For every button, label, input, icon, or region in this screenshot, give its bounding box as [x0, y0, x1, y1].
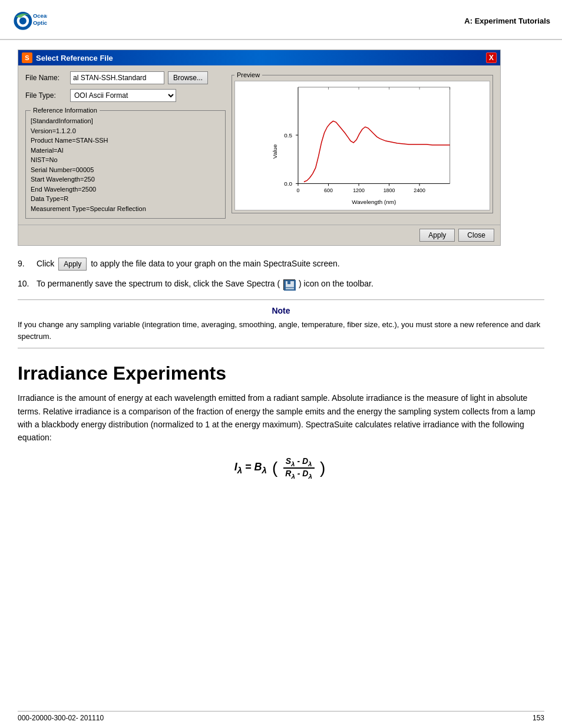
ref-line-3: Product Name=STAN-SSH [31, 136, 220, 146]
ref-line-7: Start Wavelength=250 [31, 174, 220, 185]
svg-text:600: 600 [324, 187, 333, 193]
svg-rect-33 [286, 288, 294, 289]
svg-text:1800: 1800 [384, 187, 395, 193]
ref-info-content: [StandardInformation] Version=1.1.2.0 Pr… [31, 116, 220, 213]
note-title: Note [18, 306, 544, 315]
titlebar-left: S Select Reference File [22, 52, 113, 63]
equation-display: Iλ = Bλ ( Sλ - Dλ Rλ - Dλ ) [18, 456, 544, 480]
file-name-input[interactable] [70, 71, 164, 84]
file-type-label: File Type: [25, 91, 67, 100]
dialog-footer: Apply Close [18, 225, 500, 245]
ref-line-1: [StandardInformation] [31, 116, 220, 126]
close-button[interactable]: Close [458, 229, 494, 242]
dialog-body: File Name: Browse... File Type: OOI Asci… [18, 65, 500, 225]
file-name-label: File Name: [25, 74, 67, 82]
ref-line-10: Measurement Type=Specular Reflection [31, 204, 220, 214]
svg-text:2400: 2400 [414, 187, 425, 193]
svg-text:Ocean: Ocean [33, 12, 47, 19]
ref-line-9: Data Type=R [31, 194, 220, 204]
ref-info-legend: Reference Information [31, 107, 100, 114]
section-body: Irradiance is the amount of energy at ea… [18, 391, 544, 444]
svg-text:Optics: Optics [33, 19, 47, 26]
step-10-text-after: ) icon on the toolbar. [299, 279, 373, 288]
file-type-select[interactable]: OOI Ascii Format [70, 89, 176, 102]
logo-area: Ocean Optics [12, 6, 49, 35]
step-9: 9. Click Apply to apply the file data to… [18, 258, 544, 271]
step-9-text-before: Click [37, 259, 57, 268]
equation-paren-close: ) [320, 459, 325, 477]
step-9-number: 9. [18, 258, 37, 270]
preview-legend: Preview [234, 71, 262, 78]
step-9-text-after: to apply the file data to your graph on … [91, 259, 340, 268]
footer-left: 000-20000-300-02- 201110 [18, 714, 104, 722]
file-type-row: File Type: OOI Ascii Format [25, 89, 226, 102]
apply-button[interactable]: Apply [419, 229, 455, 242]
save-spectra-icon [283, 279, 295, 290]
equation-fraction: Sλ - Dλ Rλ - Dλ [283, 456, 315, 480]
page-footer: 000-20000-300-02- 201110 153 [18, 711, 544, 722]
dialog-screenshot: S Select Reference File X File Name: Bro… [18, 50, 501, 246]
svg-text:1200: 1200 [353, 187, 365, 193]
equation-lhs: Iλ = Bλ [234, 461, 267, 473]
ref-line-4: Material=Al [31, 146, 220, 156]
page-header: Ocean Optics A: Experiment Tutorials [0, 0, 562, 40]
svg-text:Wavelength (nm): Wavelength (nm) [352, 199, 396, 205]
equation-denominator: Rλ - Dλ [283, 469, 315, 480]
ref-line-8: End Wavelength=2500 [31, 185, 220, 195]
svg-text:0: 0 [297, 187, 300, 193]
svg-rect-34 [287, 281, 290, 284]
section-label: A: Experiment Tutorials [464, 17, 550, 25]
step-9-apply-btn-inline: Apply [58, 258, 87, 271]
equation-paren-open: ( [272, 459, 277, 477]
svg-point-2 [19, 17, 27, 24]
section-heading: Irradiance Experiments [18, 363, 544, 384]
note-box: Note If you change any sampling variable… [18, 299, 544, 348]
equation-numerator: Sλ - Dλ [283, 456, 315, 469]
main-content: S Select Reference File X File Name: Bro… [0, 40, 562, 503]
ocean-optics-logo: Ocean Optics [12, 6, 47, 35]
dialog-title-icon: S [22, 52, 32, 63]
footer-right: 153 [533, 714, 544, 722]
ref-line-6: Serial Number=00005 [31, 165, 220, 175]
step-10-content: To permanently save the spectrum to disk… [37, 278, 544, 290]
dialog-titlebar: S Select Reference File X [18, 50, 500, 65]
preview-chart: 0.5 0.0 Value 0 600 [234, 81, 490, 210]
ref-line-2: Version=1.1.2.0 [31, 126, 220, 136]
dialog-right-panel: Preview [232, 71, 493, 219]
svg-text:Value: Value [272, 144, 278, 159]
dialog-title: Select Reference File [36, 54, 113, 62]
dialog-left-panel: File Name: Browse... File Type: OOI Asci… [25, 71, 226, 219]
note-content: If you change any sampling variable (int… [18, 319, 544, 342]
step-9-content: Click Apply to apply the file data to yo… [37, 258, 544, 271]
browse-button[interactable]: Browse... [168, 71, 208, 84]
svg-text:0.5: 0.5 [284, 132, 292, 139]
steps-section: 9. Click Apply to apply the file data to… [18, 258, 544, 290]
reference-info-group: Reference Information [StandardInformati… [25, 107, 226, 219]
ref-line-5: NIST=No [31, 155, 220, 165]
file-name-row: File Name: Browse... [25, 71, 226, 84]
step-10-number: 10. [18, 278, 37, 290]
preview-group: Preview [232, 71, 493, 213]
step-10: 10. To permanently save the spectrum to … [18, 278, 544, 290]
step-10-text: To permanently save the spectrum to disk… [37, 279, 280, 288]
dialog-close-x[interactable]: X [486, 52, 497, 63]
svg-text:0.0: 0.0 [284, 180, 292, 187]
